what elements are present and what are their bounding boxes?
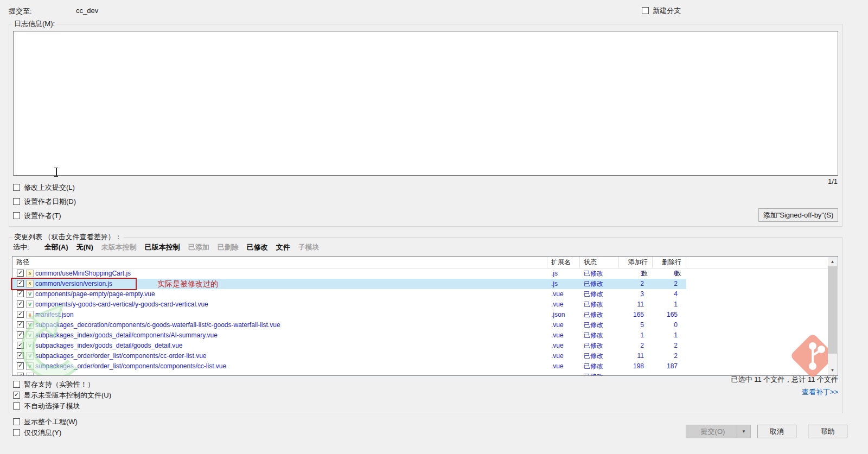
- text-cursor: [54, 168, 59, 176]
- table-row[interactable]: Vcomponents/y-goods-card-vertical/y-good…: [12, 299, 686, 310]
- table-row[interactable]: Vsubpackages_order/order_list/components…: [12, 351, 686, 361]
- column-header-added[interactable]: 添加行数: [619, 257, 653, 268]
- column-header-path[interactable]: 路径: [12, 257, 547, 268]
- file-checkbox[interactable]: [17, 290, 24, 297]
- file-checkbox[interactable]: [17, 362, 24, 369]
- scrollbar-thumb[interactable]: [828, 266, 837, 354]
- filter-link[interactable]: 已修改: [247, 243, 268, 251]
- new-branch-label: 新建分支: [653, 7, 681, 15]
- view-patch-link[interactable]: 查看补丁>>: [675, 387, 838, 397]
- file-path: subpackages_order/order_list/components/…: [35, 361, 226, 372]
- file-added-lines: 1: [619, 268, 653, 279]
- vue-file-icon: V: [26, 321, 34, 329]
- vue-file-icon: V: [26, 331, 34, 339]
- file-deleted-lines: 2: [653, 341, 686, 351]
- whole-project-checkbox[interactable]: 显示整个工程(W): [13, 418, 78, 426]
- new-branch-checkbox[interactable]: 新建分支: [642, 7, 681, 15]
- filter-link[interactable]: 全部(A): [44, 243, 68, 251]
- table-row[interactable]: Vsubpackages_order/order_list/components…: [12, 361, 686, 372]
- staging-label: 暂存支持（实验性！）: [24, 380, 94, 388]
- help-button[interactable]: 帮助: [808, 425, 847, 438]
- message-only-label: 仅仅消息(Y): [24, 429, 61, 437]
- whole-project-label: 显示整个工程(W): [24, 418, 78, 426]
- file-status: 已修改: [580, 289, 619, 299]
- file-checkbox[interactable]: [17, 311, 24, 318]
- filter-link[interactable]: 无(N): [76, 243, 93, 251]
- json-file-icon: {}: [26, 311, 34, 318]
- set-author-date-checkbox[interactable]: 设置作者日期(D): [13, 197, 76, 206]
- new-branch-checkbox-box[interactable]: [642, 7, 649, 14]
- change-list-group-label: 变更列表 （双击文件查看差异）：: [12, 233, 124, 241]
- file-extension: .js: [547, 279, 580, 289]
- amend-label: 修改上次提交(L): [24, 183, 75, 191]
- file-checkbox[interactable]: [17, 270, 24, 277]
- no-autoselect-submodules-checkbox-box[interactable]: [13, 402, 20, 410]
- filter-row: 选中:全部(A)无(N)未版本控制已版本控制已添加已删除已修改文件子模块: [13, 242, 328, 252]
- signed-off-by-button[interactable]: 添加"Signed-off-by"(S): [758, 208, 838, 222]
- scrollbar[interactable]: ▲ ▼: [828, 257, 837, 375]
- file-status: 已修改: [580, 341, 619, 351]
- file-status: 已修改: [580, 268, 619, 279]
- staging-checkbox-box[interactable]: [13, 381, 20, 388]
- table-row[interactable]: Vsubpackages_decoration/components/c-goo…: [12, 320, 686, 330]
- whole-project-checkbox-box[interactable]: [13, 418, 20, 425]
- branch-name: cc_dev: [76, 7, 98, 15]
- commit-button[interactable]: 提交(O) ▼: [686, 425, 751, 438]
- file-deleted-lines: 2: [653, 279, 686, 289]
- table-row[interactable]: Vsubpackages_index/goods_detail/componen…: [12, 330, 686, 341]
- show-unversioned-checkbox-box[interactable]: [13, 392, 20, 399]
- file-deleted-lines: 165: [653, 310, 686, 320]
- file-extension: .vue: [547, 299, 580, 310]
- file-path: components/y-goods-card-vertical/y-goods…: [35, 299, 208, 310]
- file-checkbox[interactable]: [17, 352, 24, 359]
- scroll-down-icon[interactable]: ▼: [828, 366, 837, 375]
- table-row[interactable]: {}manifest.json.json已修改165165: [12, 310, 686, 320]
- file-status: 已修改: [580, 279, 619, 289]
- scroll-up-icon[interactable]: ▲: [828, 257, 837, 266]
- table-row[interactable]: Vsubpackages_index/goods_detail/goods_de…: [12, 341, 686, 351]
- file-path: subpackages_index/goods_detail/component…: [35, 330, 218, 341]
- filter-link[interactable]: 文件: [276, 243, 290, 251]
- file-extension: .vue: [547, 289, 580, 299]
- staging-checkbox[interactable]: 暂存支持（实验性！）: [13, 380, 94, 389]
- annotation-text: 实际是被修改过的: [157, 279, 218, 289]
- amend-checkbox[interactable]: 修改上次提交(L): [13, 183, 75, 192]
- file-deleted-lines: 187: [653, 361, 686, 372]
- column-header-status[interactable]: 状态: [580, 257, 619, 268]
- file-extension: .vue: [547, 351, 580, 361]
- vue-file-icon: V: [26, 352, 34, 360]
- set-author-date-checkbox-box[interactable]: [13, 198, 20, 205]
- set-author-checkbox-box[interactable]: [13, 212, 20, 219]
- set-author-checkbox[interactable]: 设置作者(T): [13, 212, 61, 220]
- file-deleted-lines: 0: [653, 268, 686, 279]
- commit-dropdown-icon[interactable]: ▼: [737, 425, 750, 438]
- amend-checkbox-box[interactable]: [13, 184, 20, 191]
- file-added-lines: 11: [619, 351, 653, 361]
- no-autoselect-submodules-checkbox[interactable]: 不自动选择子模块: [13, 402, 80, 411]
- cancel-button[interactable]: 取消: [757, 425, 796, 438]
- message-only-checkbox[interactable]: 仅仅消息(Y): [13, 429, 61, 437]
- file-checkbox[interactable]: [17, 373, 24, 376]
- file-added-lines: 3: [619, 289, 653, 299]
- file-checkbox[interactable]: [17, 300, 24, 308]
- file-list[interactable]: 路径 扩展名 状态 添加行数 删除行数 Scommon/useMiniShopp…: [12, 256, 838, 376]
- file-added-lines: 2: [619, 341, 653, 351]
- message-only-checkbox-box[interactable]: [13, 429, 20, 436]
- filter-link[interactable]: 已版本控制: [145, 243, 180, 251]
- file-added-lines: 11: [619, 299, 653, 310]
- file-status: 已修改: [580, 361, 619, 372]
- show-unversioned-checkbox[interactable]: 显示未受版本控制的文件(U): [13, 391, 111, 400]
- log-message-input[interactable]: [13, 31, 838, 176]
- file-checkbox[interactable]: [17, 331, 24, 338]
- filter-link: 已添加: [188, 243, 209, 251]
- column-header-deleted[interactable]: 删除行数: [653, 257, 686, 268]
- file-checkbox[interactable]: [17, 321, 24, 328]
- set-author-label: 设置作者(T): [24, 212, 61, 220]
- file-checkbox[interactable]: [17, 342, 24, 349]
- file-status: 已修改: [580, 310, 619, 320]
- vue-file-icon: V: [26, 342, 34, 349]
- file-deleted-lines: 4: [653, 289, 686, 299]
- column-header-ext[interactable]: 扩展名: [547, 257, 580, 268]
- set-author-date-label: 设置作者日期(D): [24, 197, 76, 206]
- table-row[interactable]: Vcomponents/page-empty/page-empty.vue.vu…: [12, 289, 686, 299]
